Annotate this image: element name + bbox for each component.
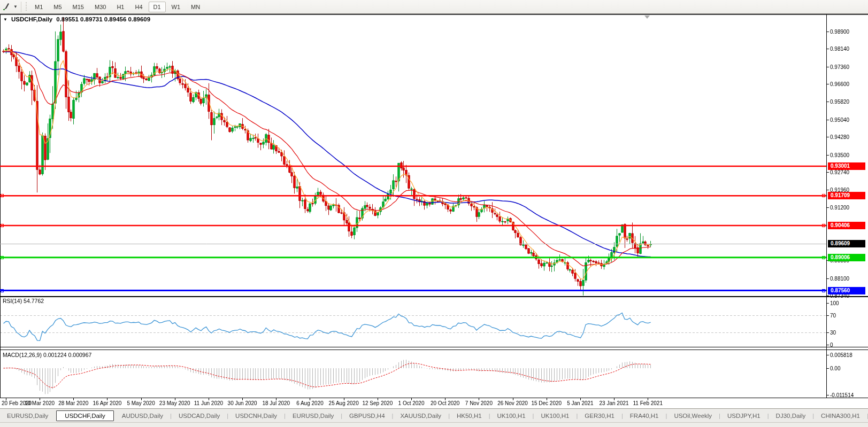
timeframe-button-h1[interactable]: H1	[112, 2, 129, 12]
tab-usdchf-daily[interactable]: USDCHF,Daily	[56, 410, 113, 421]
tab-usdcad-daily[interactable]: USDCAD,Daily	[172, 410, 227, 421]
tab-eurusd-daily[interactable]: EURUSD,Daily	[0, 410, 55, 421]
tab-xauusd-daily[interactable]: XAUUSD,Daily	[393, 410, 448, 421]
tab-china300-h1[interactable]: CHINA300,H1	[814, 410, 867, 421]
tab-usdjpy-h1[interactable]: USDJPY,H1	[720, 410, 767, 421]
timeframe-button-w1[interactable]: W1	[167, 2, 186, 12]
dropdown-caret-icon[interactable]: ▼	[12, 4, 19, 9]
bottom-strip	[0, 422, 868, 427]
toolbar-grip[interactable]	[25, 2, 27, 12]
tab-uk100-h1[interactable]: UK100,H1	[490, 410, 533, 421]
tab-eurusd-daily[interactable]: EURUSD,Daily	[286, 410, 341, 421]
tab-fra40-h1[interactable]: FRA40,H1	[623, 410, 666, 421]
cursor-tool-icon	[3, 3, 11, 11]
toolbar-separator	[21, 2, 21, 12]
tab-gbpusd-h4[interactable]: GBPUSD,H4	[342, 410, 391, 421]
timeframe-button-m30[interactable]: M30	[90, 2, 111, 12]
timeframe-button-h4[interactable]: H4	[130, 2, 147, 12]
timeframe-button-m1[interactable]: M1	[30, 2, 48, 12]
chart-tab-bar: EURUSD,DailyUSDCHF,DailyAUDUSD,Daily|USD…	[0, 408, 868, 423]
toolbar: ▼ M1M5M15M30H1H4D1W1MN	[0, 0, 868, 14]
timeframe-button-m5[interactable]: M5	[49, 2, 66, 12]
tab-audusd-daily[interactable]: AUDUSD,Daily	[115, 410, 170, 421]
timeframe-buttons: M1M5M15M30H1H4D1W1MN	[29, 2, 205, 12]
chart-tools-icon[interactable]	[1, 2, 12, 12]
tab-dj30-daily[interactable]: DJ30,Daily	[769, 410, 813, 421]
tab-uk100-h1[interactable]: UK100,H1	[534, 410, 576, 421]
tab-usdcnh-daily[interactable]: USDCNH,Daily	[228, 410, 284, 421]
tab-ger30-h1[interactable]: GER30,H1	[578, 410, 621, 421]
timeframe-button-m15[interactable]: M15	[68, 2, 89, 12]
chart-canvas[interactable]	[0, 0, 868, 427]
timeframe-button-mn[interactable]: MN	[186, 2, 205, 12]
timeframe-button-d1[interactable]: D1	[149, 2, 166, 12]
tab-hk50-h1[interactable]: HK50,H1	[450, 410, 489, 421]
tab-usoil-weekly[interactable]: USOil,Weekly	[667, 410, 719, 421]
